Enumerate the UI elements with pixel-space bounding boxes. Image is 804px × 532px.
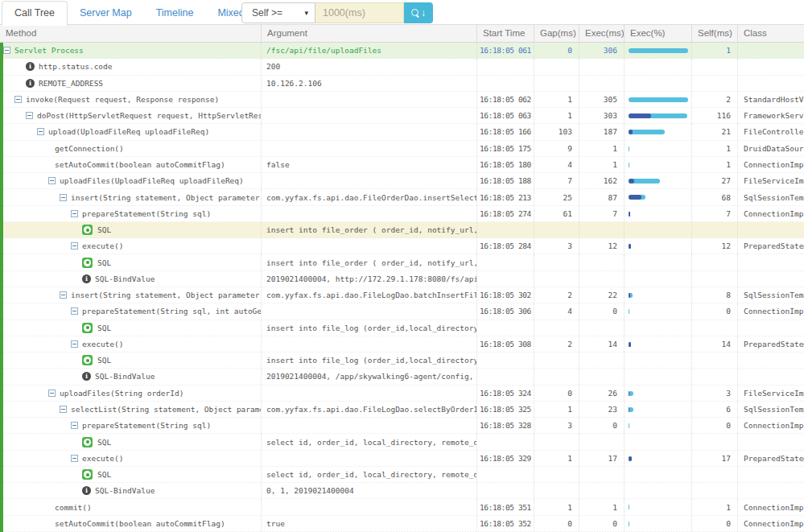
search-button[interactable]: ↓ xyxy=(404,2,433,23)
table-row[interactable]: insert(String statement, Object paramete… xyxy=(0,189,804,205)
threshold-input[interactable] xyxy=(315,2,404,23)
collapse-icon[interactable] xyxy=(37,128,44,135)
table-row[interactable]: SQLinsert into file_order ( order_id, no… xyxy=(0,254,804,270)
exec-percent-cell xyxy=(625,418,692,433)
collapse-icon[interactable] xyxy=(60,194,67,201)
exec-cell: 22 xyxy=(579,287,625,303)
table-row[interactable]: SQLinsert into file_order ( order_id, no… xyxy=(0,222,804,238)
table-row[interactable]: commit()16:18:05 351111ConnectionImpl xyxy=(0,499,804,515)
tab-call-tree[interactable]: Call Tree xyxy=(2,1,68,26)
table-row[interactable]: insert(String statement, Object paramete… xyxy=(0,287,804,303)
self-cell: 0 xyxy=(692,418,738,433)
collapse-icon[interactable] xyxy=(71,455,78,462)
table-row[interactable]: SQLinsert into file_log (order_id,local_… xyxy=(0,353,804,369)
argument-cell: true xyxy=(262,516,477,531)
col-header-gap[interactable]: Gap(ms) xyxy=(534,25,579,42)
argument-cell: select id, order_id, local_directory, re… xyxy=(262,434,477,449)
table-row[interactable]: iREMOTE_ADDRESS10.126.2.106 xyxy=(0,76,804,92)
collapse-icon[interactable] xyxy=(71,422,78,429)
start-time-cell: 16:18:05 213 xyxy=(477,189,534,204)
self-bar xyxy=(629,293,630,298)
self-cell xyxy=(692,320,738,336)
collapse-icon[interactable] xyxy=(71,307,78,315)
argument-cell: false xyxy=(262,157,477,172)
collapse-icon[interactable] xyxy=(48,177,56,184)
tab-timeline[interactable]: Timeline xyxy=(144,2,206,25)
collapse-icon[interactable] xyxy=(14,96,22,103)
table-row[interactable]: Servlet Process/fsc/api/file/uploadFiles… xyxy=(0,43,804,59)
table-row[interactable]: SQLselect id, order_id, local_directory,… xyxy=(0,467,804,483)
table-row[interactable]: uploadFiles(String orderId)16:18:05 3240… xyxy=(0,386,804,402)
exec-bar xyxy=(629,522,629,526)
exec-percent-cell xyxy=(625,76,692,91)
method-label: REMOTE_ADDRESS xyxy=(39,79,103,88)
start-time-cell xyxy=(477,59,534,74)
table-row[interactable]: getConnection()16:18:05 175911DruidDataS… xyxy=(0,141,804,157)
method-label: prepareStatement(String sql) xyxy=(82,421,211,430)
col-header-self[interactable]: Self(ms) xyxy=(692,25,738,42)
collapse-icon[interactable] xyxy=(60,406,67,413)
table-row[interactable]: iSQL-BindValue2019021400004, http://172.… xyxy=(0,271,804,287)
table-row[interactable]: execute()16:18:05 30821414PreparedStatem… xyxy=(0,336,804,353)
col-header-class[interactable]: Class xyxy=(738,25,804,42)
collapse-icon[interactable] xyxy=(71,242,78,250)
table-row[interactable]: ihttp.status.code200 xyxy=(0,59,804,75)
table-row[interactable]: execute()16:18:05 28431212PreparedStatem… xyxy=(0,238,804,254)
exec-percent-cell xyxy=(625,124,692,139)
argument-cell: 2019021400004, http://172.29.1.178:8080/… xyxy=(262,271,477,287)
table-row[interactable]: setAutoCommit(boolean autoCommitFlag)fal… xyxy=(0,157,804,173)
gap-cell: 0 xyxy=(534,386,579,401)
argument-cell: com.yyfax.fs.api.dao.FileLogDao.selectBy… xyxy=(262,402,477,417)
filter-operator-select[interactable]: Self >= ▾ xyxy=(241,2,315,23)
table-row[interactable]: prepareStatement(String sql)16:18:05 274… xyxy=(0,206,804,222)
class-cell xyxy=(738,320,804,336)
table-row[interactable]: uploadFiles(UploadFileReq uploadFileReq)… xyxy=(0,173,804,189)
table-row[interactable]: prepareStatement(String sql, int autoGen… xyxy=(0,303,804,320)
start-time-cell: 16:18:05 308 xyxy=(477,336,534,352)
start-time-cell: 16:18:05 063 xyxy=(477,108,534,123)
view-tabs: Call Tree Server Map Timeline Mixed View xyxy=(0,0,281,25)
method-label: uploadFiles(UploadFileReq uploadFileReq) xyxy=(60,176,244,185)
collapse-icon[interactable] xyxy=(71,210,78,217)
table-row[interactable]: iSQL-BindValue0, 1, 2019021400004 xyxy=(0,483,804,499)
sql-icon xyxy=(82,323,93,333)
table-row[interactable]: setAutoCommit(boolean autoCommitFlag)tru… xyxy=(0,516,804,532)
table-row[interactable]: invoke(Request request, Response respons… xyxy=(0,92,804,108)
table-row[interactable]: upload(UploadFileReq uploadFileReq)16:18… xyxy=(0,124,804,140)
start-time-cell: 16:18:05 274 xyxy=(477,206,534,221)
table-row[interactable]: prepareStatement(String sql)16:18:05 328… xyxy=(0,418,804,434)
start-time-cell: 16:18:05 329 xyxy=(477,451,534,466)
collapse-icon[interactable] xyxy=(71,340,78,348)
self-cell xyxy=(692,353,738,368)
self-cell xyxy=(692,254,738,270)
tab-server-map[interactable]: Server Map xyxy=(68,2,144,25)
argument-cell xyxy=(262,173,477,188)
exec-cell: 187 xyxy=(579,124,625,139)
table-row[interactable]: doPost(HttpServletRequest request, HttpS… xyxy=(0,108,804,124)
col-header-start-time[interactable]: Start Time xyxy=(477,25,534,42)
exec-percent-cell xyxy=(625,451,692,466)
table-row[interactable]: SQLinsert into file_log (order_id,local_… xyxy=(0,320,804,336)
start-time-cell xyxy=(477,369,534,384)
collapse-icon[interactable] xyxy=(3,47,10,54)
exec-percent-cell xyxy=(625,402,692,417)
class-cell: PreparedStatement xyxy=(738,238,804,254)
col-header-argument[interactable]: Argument xyxy=(262,25,477,42)
exec-percent-cell xyxy=(625,189,692,204)
table-row[interactable]: SQLselect id, order_id, local_directory,… xyxy=(0,434,804,450)
col-header-exec[interactable]: Exec(ms) xyxy=(579,25,625,42)
argument-cell: insert into file_order ( order_id, notif… xyxy=(262,254,477,270)
collapse-icon[interactable] xyxy=(48,390,56,397)
class-cell: SqlSessionTemplate xyxy=(738,402,804,417)
exec-cell: 12 xyxy=(579,238,625,254)
table-row[interactable]: execute()16:18:05 32911717PreparedStatem… xyxy=(0,451,804,467)
argument-cell xyxy=(262,336,477,352)
table-row[interactable]: iSQL-BindValue2019021400004, /app/skywal… xyxy=(0,369,804,385)
class-cell: ConnectionImpl xyxy=(738,499,804,514)
col-header-method[interactable]: Method xyxy=(0,25,262,42)
collapse-icon[interactable] xyxy=(26,112,33,119)
start-time-cell xyxy=(477,271,534,287)
col-header-exec-pct[interactable]: Exec(%) xyxy=(625,25,692,42)
collapse-icon[interactable] xyxy=(60,291,67,299)
table-row[interactable]: selectList(String statement, Object para… xyxy=(0,402,804,418)
